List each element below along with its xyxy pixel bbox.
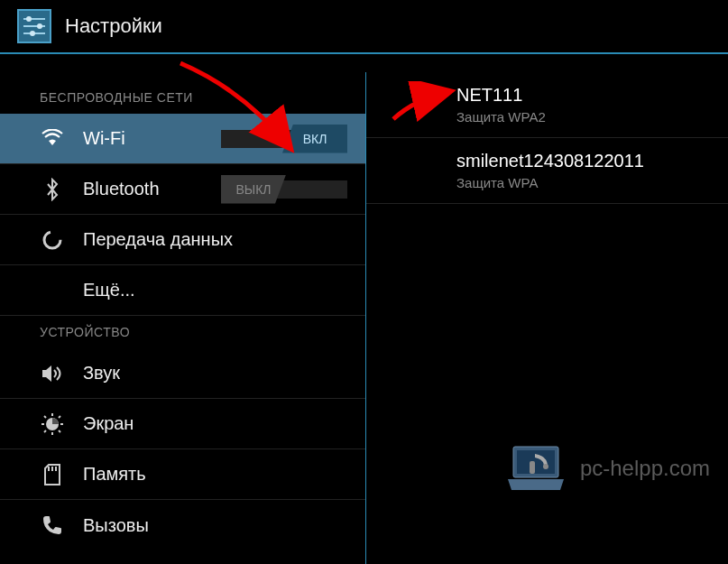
svg-line-13 <box>44 416 46 418</box>
display-label: Экран <box>83 413 347 434</box>
bluetooth-toggle-label: ВЫКЛ <box>221 175 286 204</box>
network-security: Защита WPA <box>456 175 701 190</box>
sidebar: БЕСПРОВОДНЫЕ СЕТИ Wi-Fi ВКЛ Blue <box>0 54 365 564</box>
app-header: Настройки <box>0 0 728 54</box>
svg-point-7 <box>44 232 60 248</box>
sidebar-item-data[interactable]: Передача данных <box>0 215 365 265</box>
network-item[interactable]: smilenet124308122011 Защита WPA <box>366 138 728 204</box>
watermark-text: pc-helpp.com <box>580 456 710 481</box>
svg-point-23 <box>543 464 548 469</box>
svg-line-16 <box>59 416 60 418</box>
section-device: УСТРОЙСТВО <box>0 316 365 348</box>
sidebar-item-bluetooth[interactable]: Bluetooth ВЫКЛ <box>0 164 365 215</box>
more-label: Ещё... <box>83 280 347 300</box>
phone-icon <box>40 513 65 538</box>
svg-rect-22 <box>530 461 535 474</box>
svg-point-5 <box>37 23 42 29</box>
bluetooth-toggle[interactable]: ВЫКЛ <box>221 175 347 204</box>
wifi-toggle[interactable]: ВКЛ <box>221 125 347 153</box>
sidebar-item-calls[interactable]: Вызовы <box>0 500 365 550</box>
watermark: pc-helpp.com <box>504 443 710 494</box>
storage-label: Память <box>83 464 347 485</box>
wifi-toggle-label: ВКЛ <box>282 125 347 153</box>
svg-point-4 <box>26 16 32 22</box>
bluetooth-label: Bluetooth <box>83 179 221 199</box>
page-title: Настройки <box>65 14 162 38</box>
sound-icon <box>40 361 65 386</box>
settings-icon <box>16 8 52 44</box>
network-name: smilenet124308122011 <box>456 151 701 171</box>
calls-label: Вызовы <box>83 515 347 536</box>
sidebar-item-wifi[interactable]: Wi-Fi ВКЛ <box>0 114 365 164</box>
sidebar-item-display[interactable]: Экран <box>0 399 365 449</box>
data-usage-icon <box>40 227 65 253</box>
svg-rect-21 <box>517 450 555 474</box>
sidebar-item-storage[interactable]: Память <box>0 449 365 500</box>
network-security: Защита WPA2 <box>456 109 701 125</box>
sound-label: Звук <box>83 363 347 384</box>
svg-line-14 <box>59 430 60 432</box>
section-wireless: БЕСПРОВОДНЫЕ СЕТИ <box>0 81 365 114</box>
sidebar-item-more[interactable]: Ещё... <box>0 265 365 316</box>
network-item[interactable]: NET111 Защита WPA2 <box>366 72 728 138</box>
data-label: Передача данных <box>83 229 347 250</box>
laptop-icon <box>504 443 567 494</box>
svg-point-6 <box>30 31 35 36</box>
bluetooth-icon <box>40 177 65 202</box>
sidebar-item-sound[interactable]: Звук <box>0 348 365 399</box>
network-name: NET111 <box>456 85 701 106</box>
display-icon <box>40 411 65 437</box>
svg-line-15 <box>44 430 46 432</box>
wifi-label: Wi-Fi <box>83 128 221 149</box>
storage-icon <box>40 462 65 487</box>
wifi-icon <box>40 126 65 152</box>
